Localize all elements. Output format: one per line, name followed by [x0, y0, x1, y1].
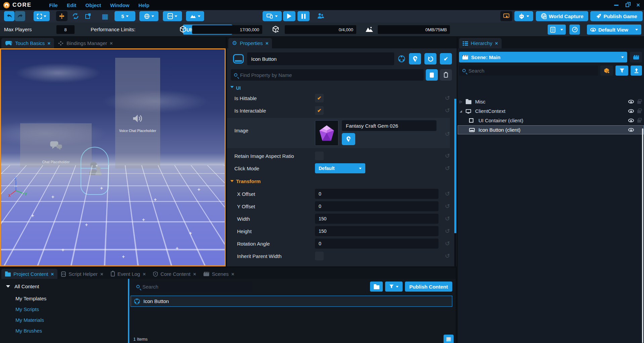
reset-object-button[interactable] [424, 53, 436, 65]
menu-help[interactable]: Help [138, 2, 149, 8]
publish-content-button[interactable]: Publish Content [405, 282, 452, 292]
is-hittable-checkbox[interactable] [315, 94, 324, 102]
menu-edit[interactable]: Edit [67, 2, 76, 8]
undo-button[interactable] [4, 11, 14, 21]
viewport-3d-canvas[interactable]: + + + + + + + + + + + + Voice Chat Place… [0, 48, 226, 266]
tree-item-icon-button[interactable]: Icon Button (client) [458, 125, 644, 134]
export-button[interactable] [631, 66, 642, 76]
collapse-icon[interactable] [6, 285, 10, 288]
reset-property-icon[interactable]: ↺ [445, 216, 450, 222]
close-icon[interactable]: × [266, 41, 269, 46]
hierarchy-search[interactable] [459, 66, 598, 76]
reset-property-icon[interactable]: ↺ [445, 131, 450, 137]
close-icon[interactable]: × [636, 2, 640, 8]
filter-button[interactable] [615, 66, 628, 76]
hierarchy-scrollbar[interactable] [642, 128, 643, 343]
template-network-icon[interactable] [398, 55, 406, 63]
reset-property-icon[interactable]: ↺ [445, 241, 450, 247]
preview-mode-dropdown[interactable] [263, 11, 282, 21]
close-icon[interactable]: × [47, 41, 50, 46]
apply-button[interactable]: ✔ [440, 53, 452, 65]
menu-object[interactable]: Object [85, 2, 101, 8]
reset-property-icon[interactable]: ↺ [445, 165, 450, 171]
sidebar-item-my-scripts[interactable]: My Scripts [15, 306, 128, 312]
terrain-dropdown[interactable] [186, 11, 204, 21]
grid-view-button[interactable]: ▦ [444, 335, 454, 343]
find-property-input[interactable] [240, 72, 420, 78]
copy-properties-button[interactable] [426, 69, 438, 81]
world-settings-dropdown[interactable] [139, 11, 158, 21]
width-input[interactable] [315, 214, 439, 224]
inherit-parent-width-checkbox[interactable] [315, 252, 324, 260]
lock-icon[interactable] [637, 129, 641, 132]
lock-icon[interactable] [637, 101, 641, 104]
scrollbar-thumb[interactable] [454, 99, 456, 233]
reset-property-icon[interactable]: ↺ [445, 95, 450, 101]
redo-button[interactable] [15, 11, 25, 21]
section-transform[interactable]: Transform [230, 177, 450, 185]
selection-mode-dropdown[interactable] [34, 11, 50, 21]
tree-item-ui-container[interactable]: UI Container (client) [458, 116, 644, 125]
y-offset-input[interactable] [315, 201, 439, 211]
ai-assistant-dropdown[interactable] [514, 11, 533, 21]
scene-dropdown[interactable]: Scene: Main [459, 52, 627, 62]
new-folder-button[interactable] [370, 282, 383, 292]
x-offset-input[interactable] [315, 189, 439, 199]
script-dropdown[interactable]: <> [163, 11, 182, 21]
image-asset-name[interactable]: Fantasy Craft Gem 026 [342, 120, 436, 131]
performance-monitor-button[interactable] [569, 25, 580, 35]
close-icon[interactable]: × [193, 271, 196, 276]
tab-hierarchy[interactable]: Hierarchy × [459, 38, 502, 48]
close-icon[interactable]: × [51, 271, 54, 276]
close-icon[interactable]: × [231, 271, 234, 276]
restore-icon[interactable] [626, 3, 629, 7]
visibility-eye-icon[interactable] [628, 109, 634, 113]
play-button[interactable] [283, 11, 295, 21]
section-ui[interactable]: UI [227, 85, 450, 90]
lock-icon[interactable] [637, 110, 641, 113]
visibility-eye-icon[interactable] [628, 119, 634, 122]
content-search[interactable] [133, 282, 252, 292]
close-icon[interactable]: × [143, 271, 146, 276]
sidebar-item-my-brushes[interactable]: My Brushes [15, 328, 128, 334]
select-ui-mode-button[interactable] [500, 11, 512, 21]
reset-property-icon[interactable]: ↺ [445, 203, 450, 209]
menu-window[interactable]: Window [110, 2, 129, 8]
scale-tool-button[interactable] [84, 11, 92, 21]
move-tool-button[interactable] [56, 11, 67, 21]
expand-icon[interactable]: ▷ [460, 100, 462, 103]
visibility-eye-icon[interactable] [628, 100, 634, 103]
reset-property-icon[interactable]: ↺ [445, 191, 450, 197]
reset-property-icon[interactable]: ↺ [445, 228, 450, 234]
collapse-icon[interactable]: ◢ [460, 110, 462, 113]
click-mode-dropdown[interactable]: Default [315, 163, 365, 173]
tree-item-clientcontext[interactable]: ◢ ClientContext [458, 106, 644, 116]
reset-property-icon[interactable]: ↺ [445, 108, 450, 114]
find-asset-button[interactable] [342, 133, 355, 145]
menu-file[interactable]: File [49, 2, 58, 8]
image-asset-thumbnail[interactable] [315, 120, 338, 146]
reset-property-icon[interactable]: ↺ [445, 253, 450, 259]
is-interactable-checkbox[interactable] [315, 106, 324, 115]
tab-properties[interactable]: ⚙ Properties × [228, 38, 272, 48]
content-item-icon-button[interactable]: Icon Button [131, 296, 452, 307]
networked-filter-button[interactable] [600, 66, 613, 76]
visibility-eye-icon[interactable] [628, 128, 634, 132]
close-icon[interactable]: × [100, 271, 103, 276]
sidebar-item-my-templates[interactable]: My Templates [15, 296, 128, 301]
publish-game-button[interactable]: Publish Game [590, 11, 643, 21]
reset-property-icon[interactable]: ↺ [445, 153, 450, 159]
find-in-catalog-button[interactable] [409, 53, 421, 65]
properties-scrollbar[interactable] [454, 99, 456, 266]
tab-project-content[interactable]: Project Content × [1, 269, 57, 279]
content-filter-dropdown[interactable] [385, 282, 403, 292]
retain-aspect-checkbox[interactable] [315, 152, 324, 160]
tab-touch-basics[interactable]: Touch Basics × [1, 38, 54, 48]
sidebar-item-my-materials[interactable]: My Materials [15, 317, 128, 323]
grid-size-dropdown[interactable]: 5 [114, 11, 135, 21]
height-input[interactable] [315, 226, 439, 236]
tab-bindings-manager[interactable]: Bindings Manager × [54, 38, 117, 48]
grid-snap-button[interactable]: ▦ [101, 11, 109, 21]
scene-manager-button[interactable] [630, 52, 642, 62]
tab-script-helper[interactable]: <> Script Helper × [57, 269, 107, 279]
